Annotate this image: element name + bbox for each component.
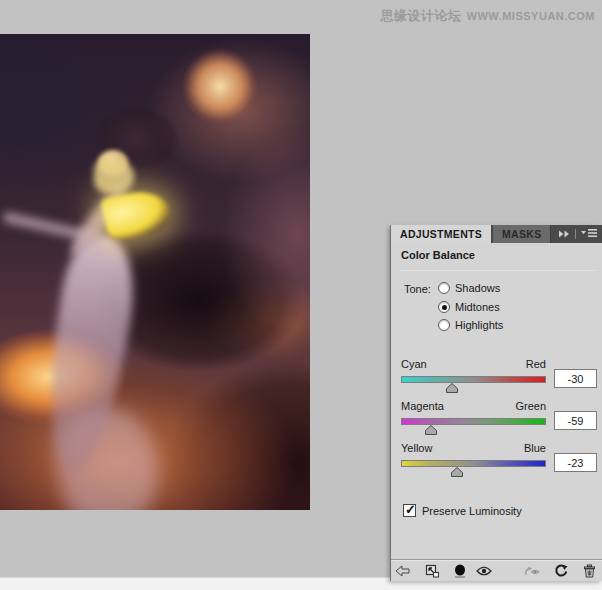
tabbar-separator [575,229,576,239]
slider-right-label: Green [515,400,546,412]
value-input-magenta-green[interactable]: -59 [554,411,597,430]
preserve-luminosity-row[interactable]: Preserve Luminosity [403,504,522,517]
slider-right-label: Red [526,358,546,370]
radio-2[interactable] [438,319,450,331]
slider-labels-cyan-red: Cyan Red [401,358,546,370]
slider-left-label: Cyan [401,358,427,370]
reset-adjustment-icon[interactable] [553,563,569,579]
preserve-luminosity-label: Preserve Luminosity [422,505,522,517]
slider-labels-magenta-green: Magenta Green [401,400,546,412]
radio-0[interactable] [438,282,450,294]
watermark-site-url: WWW.MISSYUAN.COM [467,10,595,22]
radio-label: Shadows [455,282,500,294]
watermark-site-name: 思缘设计论坛 [381,8,462,23]
view-previous-state-icon[interactable] [524,563,540,579]
slider-track-yellow-blue [401,467,546,477]
clip-to-layer-icon[interactable] [452,563,468,579]
title-separator [399,270,596,271]
tone-option-highlights[interactable]: Highlights [438,317,503,333]
radio-label: Highlights [455,319,503,331]
expanded-view-icon[interactable] [424,563,440,579]
slider-labels-yellow-blue: Yellow Blue [401,442,546,454]
document-canvas-image[interactable] [0,34,310,510]
watermark: 思缘设计论坛WWW.MISSYUAN.COM [381,7,595,25]
return-to-adjustment-list-icon[interactable] [394,563,410,579]
slider-bar-yellow-blue[interactable] [401,460,546,467]
tab-spacer [551,225,559,243]
slider-bar-cyan-red[interactable] [401,376,546,383]
double-right-arrow-icon[interactable] [559,228,570,240]
slider-track-cyan-red [401,383,546,393]
delete-adjustment-icon[interactable] [581,563,597,579]
slider-thumb-2[interactable] [451,467,463,477]
tab-masks[interactable]: MASKS [493,225,551,243]
tone-label: Tone: [404,283,431,295]
adjustments-panel: ADJUSTMENTS MASKS Color Balance Tone: Sh… [390,225,602,581]
radio-label: Midtones [455,301,500,313]
slider-left-label: Yellow [401,442,432,454]
value-input-yellow-blue[interactable]: -23 [554,453,597,472]
radio-1[interactable] [438,301,450,313]
tone-option-midtones[interactable]: Midtones [438,299,500,315]
figure-hair [94,158,134,194]
panel-menu-icon[interactable] [581,228,597,240]
slider-thumb-1[interactable] [425,425,437,435]
preserve-luminosity-checkbox[interactable] [403,504,416,517]
slider-bar-magenta-green[interactable] [401,418,546,425]
tab-adjustments[interactable]: ADJUSTMENTS [391,225,491,243]
slider-track-magenta-green [401,425,546,435]
slider-right-label: Blue [524,442,546,454]
panel-toolbar [391,559,602,581]
panel-title: Color Balance [401,249,475,261]
slider-left-label: Magenta [401,400,444,412]
tone-option-shadows[interactable]: Shadows [438,280,500,296]
toggle-visibility-eye-icon[interactable] [476,563,492,579]
slider-thumb-0[interactable] [446,383,458,393]
panel-tab-bar: ADJUSTMENTS MASKS [391,225,602,243]
value-input-cyan-red[interactable]: -30 [554,369,597,388]
